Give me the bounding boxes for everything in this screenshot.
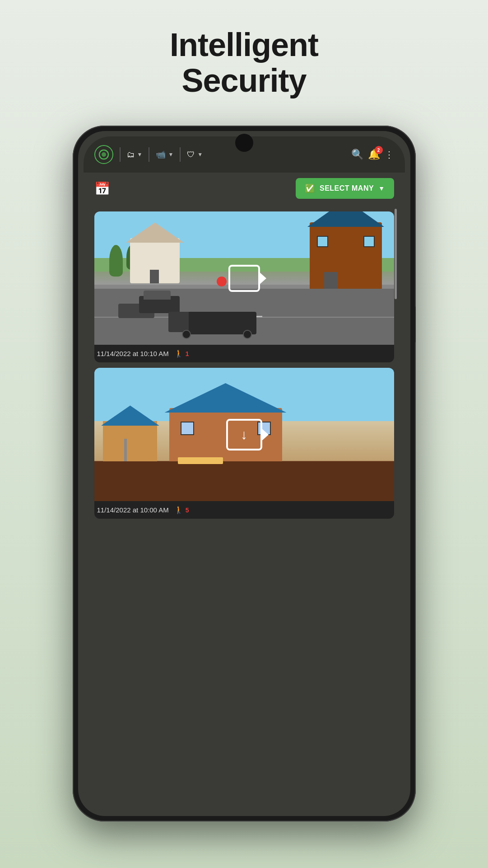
folder-chevron: ▼	[137, 151, 143, 158]
phone-screen: 🗂 ▼ 📹 ▼ 🛡 ▼ 🔍 🔔 2	[78, 131, 410, 816]
card-meta-2: 11/14/2022 at 10:00 AM 🚶 5	[94, 501, 394, 519]
card-meta-1: 11/14/2022 at 10:10 AM 🚶 1	[94, 345, 394, 362]
select-many-label: SELECT MANY	[320, 184, 374, 192]
nav-divider-1	[120, 147, 121, 162]
record-overlay-1	[226, 263, 262, 294]
svg-point-1	[102, 152, 106, 157]
video-thumbnail-2: ↓	[94, 368, 394, 501]
sub-toolbar: 📅 ✅ SELECT MANY ▼	[84, 173, 405, 204]
folder-icon: 🗂	[127, 150, 135, 160]
timestamp-1: 11/14/2022 at 10:10 AM	[97, 350, 169, 357]
app-logo[interactable]	[94, 145, 113, 164]
calendar-icon[interactable]: 📅	[94, 181, 110, 196]
nav-item-shield[interactable]: 🛡 ▼	[187, 150, 203, 160]
video-thumbnail-1	[94, 211, 394, 345]
notification-badge: 2	[375, 146, 383, 154]
nav-divider-2	[149, 147, 149, 162]
event-count-2: 5	[186, 507, 189, 514]
phone-notch	[235, 134, 253, 152]
shield-icon: 🛡	[187, 150, 195, 160]
shield-chevron: ▼	[197, 151, 203, 158]
timestamp-2: 11/14/2022 at 10:00 AM	[97, 506, 169, 514]
phone-frame: 🗂 ▼ 📹 ▼ 🛡 ▼ 🔍 🔔 2	[73, 126, 416, 821]
content-area: 11/14/2022 at 10:10 AM 🚶 1	[84, 204, 405, 811]
select-many-button[interactable]: ✅ SELECT MANY ▼	[296, 178, 394, 199]
event-1: 🚶 1	[174, 349, 189, 358]
notifications-button[interactable]: 🔔 2	[368, 149, 380, 160]
motion-icon-2: 🚶	[174, 506, 183, 514]
search-button[interactable]: 🔍	[351, 149, 363, 160]
logo-icon	[98, 148, 110, 161]
camera-chevron: ▼	[168, 151, 173, 158]
nav-divider-3	[180, 147, 181, 162]
event-count-1: 1	[186, 350, 189, 357]
page-title: Intelligent Security	[170, 27, 318, 99]
video-card-2[interactable]: ↓ 11/14/2022 at 10:00 AM 🚶 5	[94, 368, 394, 519]
event-2: 🚶 5	[174, 506, 189, 514]
nav-item-folder[interactable]: 🗂 ▼	[127, 150, 143, 160]
scrollbar[interactable]	[395, 209, 397, 299]
phone-side-button	[415, 306, 416, 343]
select-many-chevron-icon: ▼	[378, 185, 385, 192]
more-button[interactable]: ⋮	[385, 149, 394, 160]
nav-item-camera[interactable]: 📹 ▼	[156, 150, 173, 160]
camera-icon: 📹	[156, 150, 166, 160]
motion-icon-1: 🚶	[174, 349, 183, 358]
video-card-1[interactable]: 11/14/2022 at 10:10 AM 🚶 1	[94, 211, 394, 362]
more-icon: ⋮	[385, 150, 394, 160]
select-check-icon: ✅	[305, 183, 315, 193]
search-icon: 🔍	[351, 149, 363, 160]
download-overlay-2: ↓	[226, 419, 262, 450]
